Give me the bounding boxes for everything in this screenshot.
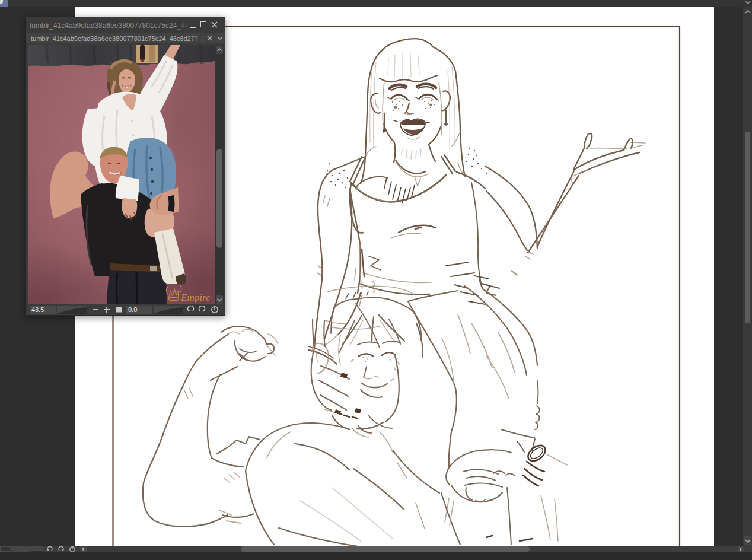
svg-text:Empire: Empire [180, 292, 211, 303]
